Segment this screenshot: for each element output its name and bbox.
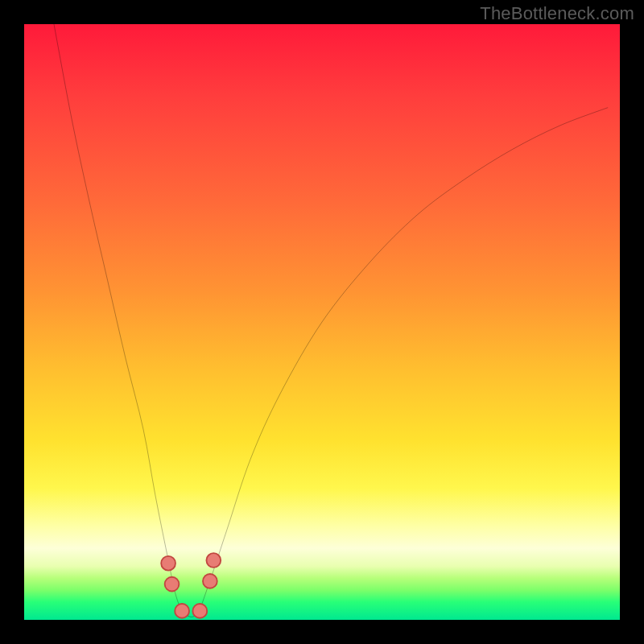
marker-right-valley-top xyxy=(206,553,221,568)
marker-floor-right xyxy=(192,604,207,618)
watermark-text: TheBottleneck.com xyxy=(480,3,634,24)
marker-left-valley-bottom xyxy=(165,577,180,592)
marker-layer xyxy=(161,553,221,618)
bottleneck-curve xyxy=(54,24,608,617)
plot-area xyxy=(24,24,620,620)
marker-floor-left xyxy=(175,604,189,618)
marker-left-valley-top xyxy=(161,556,175,571)
chart-frame: TheBottleneck.com xyxy=(0,0,644,644)
curve-layer xyxy=(24,24,620,620)
marker-right-valley-bottom xyxy=(203,574,217,588)
